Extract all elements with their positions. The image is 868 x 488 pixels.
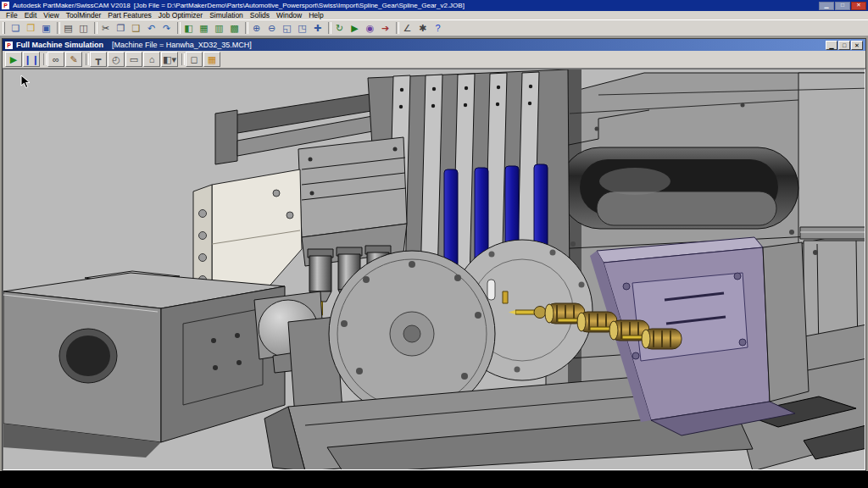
- menu-item[interactable]: View: [40, 11, 62, 20]
- sim-minimize-button[interactable]: ▁: [826, 41, 837, 50]
- copy-icon[interactable]: ❐: [114, 21, 128, 35]
- simulation-viewport[interactable]: [3, 69, 865, 470]
- separator: [175, 21, 181, 35]
- play-button[interactable]: ▶: [5, 52, 22, 67]
- app-title: Autodesk PartMaker/SwissCAM V2018: [13, 2, 131, 9]
- redraw-icon[interactable]: ↻: [332, 21, 347, 35]
- sim-close-button[interactable]: ✕: [851, 41, 863, 50]
- machine-display-icon[interactable]: ⌂: [143, 52, 160, 67]
- view-mode-dropdown[interactable]: ◧▾: [161, 52, 178, 67]
- application-window: P Autodesk PartMaker/SwissCAM V2018 [Job…: [0, 0, 868, 488]
- simulation-icon[interactable]: ▶: [348, 21, 362, 35]
- job-optimizer-icon[interactable]: ▩: [227, 21, 242, 35]
- process-table-icon[interactable]: ▥: [212, 21, 226, 35]
- new-document-icon[interactable]: ❏: [8, 21, 23, 35]
- menu-item[interactable]: Window: [273, 11, 305, 20]
- letterbox-bar: [0, 471, 868, 488]
- tool-display-icon[interactable]: ┳: [90, 52, 107, 67]
- toolbar-grip: [3, 22, 5, 34]
- machine-file-label: [Machine File = Hanwha_XD32_35.MCH]: [112, 41, 252, 49]
- print-preview-icon[interactable]: ◫: [76, 21, 91, 35]
- job-file-path: [Job File = D:\PartMakerDemo\Parts\Autom…: [134, 2, 465, 9]
- separator: [393, 21, 399, 35]
- close-button[interactable]: ✕: [851, 2, 866, 10]
- tools-window-icon[interactable]: ▦: [197, 21, 211, 35]
- simulation-toolbar: ▶❙❙∞✎┳◴▭⌂◧▾◻▦: [3, 51, 865, 69]
- menu-item[interactable]: Help: [305, 11, 326, 20]
- stock-display-icon[interactable]: ▭: [125, 52, 142, 67]
- separator: [41, 53, 47, 66]
- menu-item[interactable]: Job Optimizer: [155, 11, 206, 20]
- separator: [326, 21, 331, 35]
- mouse-cursor: [20, 75, 31, 90]
- menu-bar: FileEditViewToolMinderPart FeaturesJob O…: [0, 11, 868, 20]
- simulation-window-icon: P: [5, 42, 13, 49]
- edit-pencil-icon[interactable]: ✎: [65, 52, 82, 67]
- window-controls: ▁ □ ✕: [819, 2, 866, 10]
- menu-item[interactable]: File: [3, 11, 21, 20]
- cut-icon[interactable]: ✂: [98, 21, 113, 35]
- mdi-area: P Full Machine Simulation [Machine File …: [0, 36, 868, 471]
- title-bar: P Autodesk PartMaker/SwissCAM V2018 [Job…: [0, 0, 868, 11]
- turret-display-icon[interactable]: ◴: [108, 52, 125, 67]
- part-features-window-icon[interactable]: ◧: [181, 21, 196, 35]
- minimize-button[interactable]: ▁: [819, 2, 834, 10]
- main-toolbar: ❏❒▣▤◫✂❐❑↶↷◧▦▥▩⊕⊖◱◳✚↻▶◉➔∠✱?: [0, 20, 868, 36]
- pause-button[interactable]: ❙❙: [23, 52, 40, 67]
- menu-item[interactable]: Part Features: [104, 11, 155, 20]
- post-process-icon[interactable]: ➔: [378, 21, 392, 35]
- zoom-window-icon[interactable]: ◱: [280, 21, 294, 35]
- menu-item[interactable]: Edit: [21, 11, 41, 20]
- simulation-window-titlebar: P Full Machine Simulation [Machine File …: [3, 39, 865, 51]
- app-icon: P: [2, 2, 9, 9]
- sim-window-controls: ▁ □ ✕: [826, 41, 863, 50]
- undo-icon[interactable]: ↶: [144, 21, 159, 35]
- menu-item[interactable]: Solids: [247, 11, 273, 20]
- maximize-button[interactable]: □: [835, 2, 850, 10]
- save-icon[interactable]: ▣: [39, 21, 53, 35]
- separator: [83, 53, 89, 66]
- menu-item[interactable]: ToolMinder: [63, 11, 105, 20]
- simulation-window-title: Full Machine Simulation: [16, 41, 103, 49]
- zoom-fit-icon[interactable]: ◳: [295, 21, 309, 35]
- single-block-icon[interactable]: ◻: [186, 52, 203, 67]
- separator: [179, 53, 185, 66]
- options-icon[interactable]: ✱: [415, 21, 430, 35]
- measure-icon[interactable]: ∠: [400, 21, 415, 35]
- menu-item[interactable]: Simulation: [206, 11, 247, 20]
- paste-icon[interactable]: ❑: [129, 21, 143, 35]
- zoom-out-icon[interactable]: ⊖: [264, 21, 279, 35]
- machine-3d-render: [3, 69, 865, 470]
- separator: [54, 21, 60, 35]
- simulation-window: P Full Machine Simulation [Machine File …: [2, 38, 866, 471]
- separator: [242, 21, 248, 35]
- verify-glasses-icon[interactable]: ∞: [47, 52, 64, 67]
- redo-icon[interactable]: ↷: [159, 21, 174, 35]
- pan-icon[interactable]: ✚: [310, 21, 325, 35]
- separator: [92, 21, 97, 35]
- verify-icon[interactable]: ◉: [363, 21, 377, 35]
- help-icon[interactable]: ?: [431, 21, 445, 35]
- zoom-in-icon[interactable]: ⊕: [249, 21, 264, 35]
- report-icon[interactable]: ▦: [203, 52, 220, 67]
- sim-maximize-button[interactable]: □: [838, 41, 850, 50]
- open-folder-icon[interactable]: ❒: [24, 21, 38, 35]
- print-icon[interactable]: ▤: [61, 21, 75, 35]
